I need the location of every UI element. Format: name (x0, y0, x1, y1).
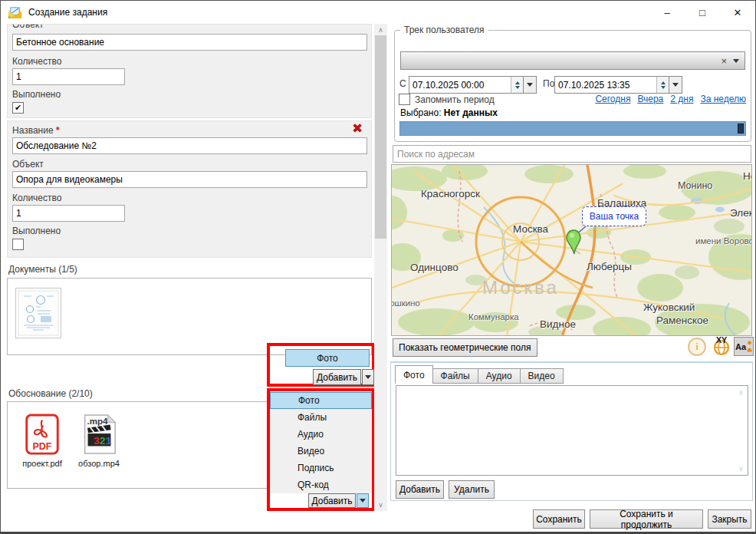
map-city-label: Москва (513, 223, 548, 235)
svg-text:.mp4: .mp4 (87, 417, 109, 426)
add-button-justification[interactable]: Добавить (308, 493, 356, 508)
menu-item[interactable]: Подпись (270, 460, 372, 476)
task-item-1-panel: Объект Бетонное основание Количество 1 В… (7, 24, 372, 118)
map-city-label: Москва (482, 277, 559, 298)
delete-item-button[interactable]: ✖ (352, 122, 363, 136)
name-input[interactable]: Обследование №2 (12, 137, 367, 154)
to-date-spinner[interactable] (656, 77, 669, 93)
from-date-value[interactable]: 07.10.2025 00:00 (409, 77, 511, 93)
xy-coordinates-icon[interactable]: XY (711, 335, 732, 357)
chevron-down-icon (365, 375, 371, 379)
scroll-up-icon: ∧ (738, 388, 744, 397)
from-date-dropdown[interactable] (523, 77, 536, 93)
scrollbar-thumb[interactable] (375, 35, 386, 239)
menu-item[interactable]: Файлы (270, 409, 372, 426)
file-item[interactable]: PDFпроект.pdf (15, 412, 69, 468)
save-button[interactable]: Сохранить (533, 509, 585, 529)
quantity-input-1[interactable]: 1 (12, 68, 125, 85)
map-canvas[interactable]: КрасногорскМоскваБалашихаМониноНоЭлекиме… (391, 164, 752, 336)
to-date-value[interactable]: 07.10.2025 13:35 (555, 77, 656, 93)
clear-icon[interactable]: × (721, 55, 727, 67)
add-dropdown-arrow-justification[interactable] (357, 493, 369, 508)
maximize-button[interactable]: □ (685, 1, 720, 24)
justification-section-label: Обоснование (2/10) (8, 388, 93, 399)
slider-handle[interactable] (738, 124, 744, 134)
tab-Видео[interactable]: Видео (521, 368, 564, 384)
map-city-label: Элек (730, 207, 752, 219)
menu-item[interactable]: QR-код (270, 476, 372, 493)
period-link[interactable]: 2 дня (670, 94, 693, 104)
track-user-combobox[interactable]: × (400, 51, 745, 70)
done-checkbox-1[interactable] (12, 102, 24, 114)
period-link[interactable]: Сегодня (595, 94, 630, 104)
scroll-up-button[interactable]: ∧ (374, 24, 387, 36)
document-thumbnail[interactable] (15, 288, 61, 338)
tab-Файлы[interactable]: Файлы (433, 368, 478, 384)
attachments-panel: ФотоФайлыАудиоВидео ∧ ∨ Добавить Удалить (390, 361, 753, 501)
menu-item[interactable]: Аудио (270, 426, 372, 443)
attachment-remove-button[interactable]: Удалить (449, 480, 495, 499)
svg-text:2: 2 (100, 435, 106, 447)
close-button[interactable]: ✕ (720, 1, 755, 24)
scroll-down-icon: ∨ (738, 464, 744, 473)
to-label: По (543, 78, 554, 89)
window-title: Создание задания (28, 7, 107, 18)
tab-Аудио[interactable]: Аудио (478, 368, 521, 384)
object-input-1[interactable]: Бетонное основание (12, 34, 367, 51)
maximize-icon: □ (699, 7, 705, 18)
show-geometry-fields-button[interactable]: Показать геометрические поля (393, 338, 537, 357)
from-label: С (399, 78, 406, 89)
map-city-label: имени Ворово (695, 236, 752, 246)
selected-label: Выбрано: (400, 107, 441, 118)
info-icon[interactable]: i (688, 338, 706, 356)
documents-section-label: Документы (1/5) (8, 264, 77, 275)
save-and-continue-button[interactable]: Сохранить и продолжить (590, 509, 703, 529)
remember-period-checkbox[interactable] (399, 94, 410, 105)
chevron-down-icon (672, 83, 679, 87)
menu-item[interactable]: Видео (270, 443, 372, 460)
left-panel-scrollbar[interactable]: ∧ ∨ (374, 24, 387, 511)
to-date-dropdown[interactable] (669, 77, 682, 93)
chevron-down-icon[interactable] (733, 59, 739, 63)
to-date-field[interactable]: 07.10.2025 13:35 (554, 76, 682, 94)
svg-text:PDF: PDF (32, 441, 51, 452)
mp4-file-icon: .mp4 3 2 1 (77, 412, 121, 457)
period-link[interactable]: За неделю (700, 94, 746, 104)
from-date-field[interactable]: 07.10.2025 00:00 (409, 76, 537, 94)
attachment-add-button[interactable]: Добавить (396, 480, 444, 499)
task-item-2-panel: Название * ✖ Обследование №2 Объект Опор… (7, 120, 372, 258)
photo-content-box[interactable]: ∧ ∨ (396, 385, 748, 476)
app-icon (8, 5, 22, 20)
period-links: СегодняВчера2 дняЗа неделю (491, 94, 746, 104)
add-button-documents[interactable]: Добавить (313, 369, 361, 385)
map-city-label: Коммунарка (468, 312, 519, 321)
pdf-file-icon: PDF (20, 412, 64, 457)
menu-item[interactable]: Фото (270, 392, 372, 409)
object-label-2: Объект (12, 159, 44, 170)
your-point-callout[interactable]: Ваша точка (582, 206, 646, 226)
map-city-label: Но (743, 170, 752, 182)
annotation-rect-add-dropdown-2: ФотоФайлыАудиоВидеоПодписьQR-код Добавит… (267, 388, 375, 511)
close-dialog-button[interactable]: Закрыть (708, 509, 751, 529)
location-pin-icon[interactable] (565, 229, 585, 259)
minimize-button[interactable]: – (649, 1, 685, 24)
spin-up-icon (661, 81, 666, 84)
map-city-label: Красногорск (421, 188, 480, 199)
menu-item-photo-highlighted[interactable]: Фото (285, 349, 370, 367)
done-checkbox-2[interactable] (12, 239, 24, 250)
address-search-input[interactable] (393, 145, 751, 163)
add-dropdown-arrow-documents[interactable] (362, 369, 374, 385)
scroll-down-button[interactable]: ∨ (374, 499, 387, 511)
object-input-2[interactable]: Опора для видеокамеры (12, 171, 367, 188)
tab-Фото[interactable]: Фото (395, 365, 433, 384)
from-date-spinner[interactable] (511, 77, 523, 93)
map-city-label: Одинцово (410, 262, 459, 273)
svg-text:XY: XY (716, 335, 728, 344)
address-labels-button[interactable]: Aa (734, 337, 754, 356)
file-name-label: проект.pdf (15, 459, 69, 468)
track-time-slider[interactable] (399, 121, 746, 136)
quantity-input-2[interactable]: 1 (12, 205, 125, 222)
spin-down-icon (661, 86, 666, 89)
file-item[interactable]: .mp4 3 2 1обзор.mp4 (72, 412, 126, 468)
period-link[interactable]: Вчера (637, 94, 663, 104)
